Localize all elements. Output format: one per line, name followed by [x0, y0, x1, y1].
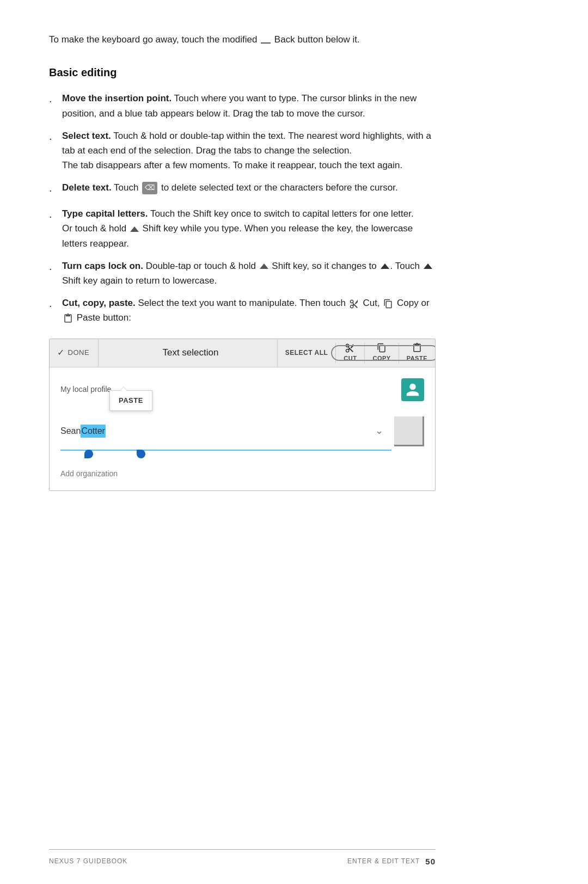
paste-label: PASTE	[407, 354, 427, 363]
done-label: DONE	[68, 347, 90, 358]
cut-icon	[345, 343, 355, 353]
bullet-content: Select text. Touch & hold or double-tap …	[62, 128, 436, 173]
add-organization: Add organization	[60, 468, 424, 480]
avatar-box	[394, 416, 424, 446]
select-all-label: SELECT ALL	[285, 348, 328, 358]
cut-button[interactable]: CUT	[335, 343, 364, 363]
footer-left: NEXUS 7 GUIDEBOOK	[49, 856, 127, 867]
bullet-heading: Select text.	[62, 131, 111, 141]
bullet-dot: ·	[49, 207, 62, 225]
paste-icon	[412, 343, 422, 353]
list-item: · Select text. Touch & hold or double-ta…	[49, 128, 436, 173]
bullet-content: Move the insertion point. Touch where yo…	[62, 91, 436, 120]
bullet-dot: ·	[49, 297, 62, 314]
paste-popup-label: PASTE	[119, 396, 143, 404]
paste-popup[interactable]: PASTE	[109, 390, 152, 411]
copy-icon	[377, 343, 387, 353]
footer-page: 50	[425, 855, 436, 868]
list-item: · Turn caps lock on. Double-tap or touch…	[49, 259, 436, 288]
bullet-content: Type capital letters. Touch the Shift ke…	[62, 206, 436, 251]
dropdown-chevron-icon[interactable]: ⌄	[375, 423, 383, 439]
bullet-heading: Turn caps lock on.	[62, 261, 143, 271]
name-highlighted: Cotter	[81, 425, 106, 438]
section-title: Basic editing	[49, 64, 436, 81]
backspace-icon: ⌫	[142, 182, 157, 194]
shift-filled-icon	[424, 263, 432, 269]
bullet-dot: ·	[49, 92, 62, 109]
bullet-list: · Move the insertion point. Touch where …	[49, 91, 436, 325]
bullet-heading: Delete text.	[62, 182, 112, 193]
bullet-heading: Type capital letters.	[62, 208, 148, 219]
shift-filled-icon	[381, 263, 389, 269]
footer: NEXUS 7 GUIDEBOOK ENTER & EDIT TEXT 50	[49, 849, 436, 868]
selection-handle-left	[84, 450, 93, 458]
selection-handle-right	[137, 450, 145, 458]
bullet-heading: Cut, copy, paste.	[62, 298, 136, 308]
toolbar: ✓ DONE Text selection SELECT ALL CUT	[50, 339, 435, 367]
paste-icon-inline	[63, 314, 73, 323]
bullet-content: Cut, copy, paste. Select the text you wa…	[62, 296, 436, 325]
footer-right: ENTER & EDIT TEXT 50	[347, 855, 436, 868]
screenshot-container: ✓ DONE Text selection SELECT ALL CUT	[49, 339, 436, 492]
footer-section: ENTER & EDIT TEXT	[347, 856, 420, 867]
copy-icon-inline	[383, 299, 393, 309]
cut-icon-inline	[350, 299, 359, 309]
contact-icon	[401, 378, 424, 401]
list-item: · Move the insertion point. Touch where …	[49, 91, 436, 120]
bullet-dot: ·	[49, 130, 62, 147]
list-item: · Delete text. Touch ⌫ to delete selecte…	[49, 180, 436, 199]
intro-paragraph: To make the keyboard go away, touch the …	[49, 33, 436, 47]
copy-button[interactable]: COPY	[364, 343, 398, 363]
toolbar-done-button[interactable]: ✓ DONE	[50, 339, 99, 367]
list-item: · Type capital letters. Touch the Shift …	[49, 206, 436, 251]
name-row: Sean Cotter ⌄	[60, 416, 424, 446]
shift-up-icon	[260, 263, 268, 269]
content-area: My local profile PASTE Sean Cotter ⌄	[50, 367, 435, 491]
my-local-profile-row: My local profile PASTE	[60, 378, 424, 401]
select-all-button[interactable]: SELECT ALL	[277, 339, 336, 367]
bullet-dot: ·	[49, 181, 62, 199]
bullet-content: Turn caps lock on. Double-tap or touch &…	[62, 259, 436, 288]
contact-avatar-icon	[405, 382, 420, 397]
done-check-icon: ✓	[57, 346, 65, 360]
shift-up-icon	[130, 226, 139, 232]
cut-label: CUT	[344, 354, 357, 363]
selection-handles	[84, 450, 424, 458]
input-underline	[60, 450, 391, 451]
bullet-dot: ·	[49, 260, 62, 277]
toolbar-actions-group: CUT COPY PASTE	[335, 343, 435, 363]
copy-label: COPY	[372, 354, 390, 363]
bullet-heading: Move the insertion point.	[62, 93, 171, 103]
name-before: Sean	[60, 425, 81, 438]
list-item: · Cut, copy, paste. Select the text you …	[49, 296, 436, 325]
bullet-content: Delete text. Touch ⌫ to delete selected …	[62, 180, 436, 195]
toolbar-title: Text selection	[99, 346, 277, 360]
my-local-profile-label: My local profile	[60, 384, 111, 396]
paste-button[interactable]: PASTE	[399, 343, 435, 363]
